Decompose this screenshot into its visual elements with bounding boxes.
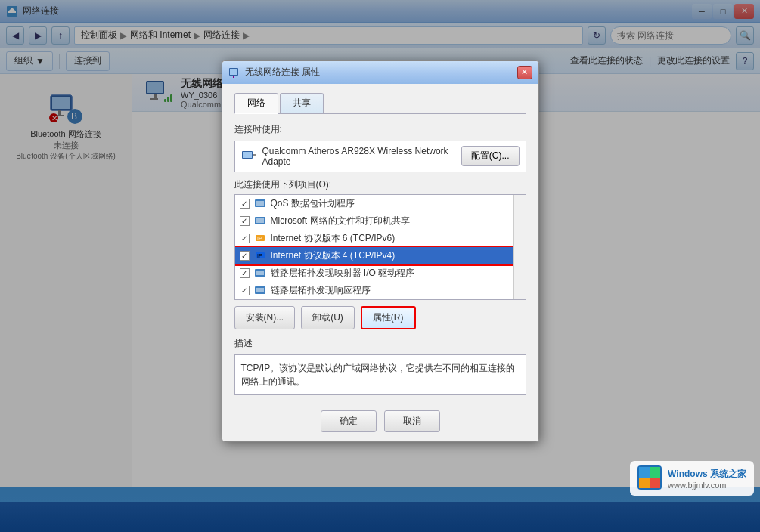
watermark: Windows 系统之家 www.bjjmlv.com bbox=[630, 461, 754, 496]
dialog-close-button[interactable]: ✕ bbox=[517, 66, 532, 79]
protocol-item-0[interactable]: QoS 数据包计划程序 bbox=[235, 195, 526, 212]
protocol-item-4[interactable]: 链路层拓扑发现映射器 I/O 驱动程序 bbox=[235, 264, 526, 282]
tab-share[interactable]: 共享 bbox=[280, 93, 324, 113]
svg-rect-24 bbox=[253, 154, 256, 156]
connect-using-label: 连接时使用: bbox=[234, 123, 526, 136]
cancel-button[interactable]: 取消 bbox=[384, 410, 440, 432]
protocol-item-3[interactable]: IP Internet 协议版本 4 (TCP/IPv4) bbox=[235, 247, 526, 264]
svg-rect-36 bbox=[256, 288, 264, 292]
svg-rect-26 bbox=[256, 201, 264, 206]
description-text: TCP/IP。该协议是默认的广域网络协议，它提供在不同的相互连接的网络上的通讯。 bbox=[241, 363, 516, 387]
tab-network[interactable]: 网络 bbox=[234, 93, 278, 114]
protocol-name-2: Internet 协议版本 6 (TCP/IPv6) bbox=[271, 232, 396, 245]
adapter-box: Qualcomm Atheros AR928X Wireless Network… bbox=[234, 141, 526, 172]
desktop: 网络连接 ─ □ ✕ ◀ ▶ ↑ 控制面板 ▶ 网络和 Internet ▶ 网… bbox=[0, 0, 760, 532]
dialog-body: 网络 共享 连接时使用: Qua bbox=[222, 84, 538, 404]
tab-bar: 网络 共享 bbox=[234, 93, 526, 114]
protocol-name-5: 链路层拓扑发现响应程序 bbox=[271, 284, 371, 297]
checkbox-4[interactable] bbox=[240, 268, 250, 278]
watermark-line2: www.bjjmlv.com bbox=[668, 481, 746, 490]
svg-text:IP: IP bbox=[257, 253, 262, 258]
protocol-icon-3: IP bbox=[254, 249, 266, 261]
config-button[interactable]: 配置(C)... bbox=[461, 146, 520, 166]
protocol-name-4: 链路层拓扑发现映射器 I/O 驱动程序 bbox=[271, 267, 415, 280]
protocol-name-3: Internet 协议版本 4 (TCP/IPv4) bbox=[271, 249, 396, 262]
adapter-icon bbox=[241, 149, 256, 164]
protocol-icon-0 bbox=[254, 197, 266, 209]
action-buttons: 安装(N)... 卸载(U) 属性(R) bbox=[234, 306, 526, 329]
checkbox-5[interactable] bbox=[240, 286, 250, 295]
svg-rect-34 bbox=[256, 271, 264, 275]
protocol-icon-4 bbox=[254, 267, 266, 279]
svg-rect-28 bbox=[256, 218, 264, 223]
dialog-icon bbox=[228, 66, 240, 79]
install-button[interactable]: 安装(N)... bbox=[234, 306, 296, 329]
watermark-text: Windows 系统之家 www.bjjmlv.com bbox=[668, 468, 746, 490]
checkbox-2[interactable] bbox=[240, 234, 250, 243]
properties-button[interactable]: 属性(R) bbox=[361, 306, 416, 329]
adapter-name: Qualcomm Atheros AR928X Wireless Network… bbox=[262, 146, 455, 167]
checkbox-1[interactable] bbox=[240, 216, 250, 226]
dialog-title: 无线网络连接 属性 bbox=[245, 66, 517, 79]
protocol-item-2[interactable]: IP Internet 协议版本 6 (TCP/IPv6) bbox=[235, 230, 526, 247]
svg-rect-41 bbox=[639, 467, 650, 478]
protocol-item-1[interactable]: Microsoft 网络的文件和打印机共享 bbox=[235, 212, 526, 230]
protocol-icon-1 bbox=[254, 215, 266, 227]
svg-rect-23 bbox=[243, 152, 252, 158]
protocol-item-5[interactable]: 链路层拓扑发现响应程序 bbox=[235, 282, 526, 299]
checkbox-3[interactable] bbox=[240, 251, 250, 261]
protocol-icon-5 bbox=[254, 284, 266, 296]
uninstall-button[interactable]: 卸载(U) bbox=[301, 306, 355, 329]
svg-rect-39 bbox=[650, 467, 660, 478]
properties-dialog: 无线网络连接 属性 ✕ 网络 共享 连接时使用: bbox=[222, 60, 539, 442]
svg-rect-38 bbox=[639, 478, 650, 488]
svg-rect-20 bbox=[230, 69, 237, 75]
protocols-label: 此连接使用下列项目(O): bbox=[234, 178, 526, 191]
watermark-line1: Windows 系统之家 bbox=[668, 468, 746, 481]
scrollbar[interactable] bbox=[513, 195, 526, 299]
watermark-icon bbox=[637, 466, 662, 491]
svg-rect-21 bbox=[233, 76, 234, 78]
protocol-name-1: Microsoft 网络的文件和打印机共享 bbox=[271, 215, 410, 227]
dialog-footer: 确定 取消 bbox=[222, 404, 538, 441]
checkbox-0[interactable] bbox=[240, 199, 250, 209]
description-box: TCP/IP。该协议是默认的广域网络协议，它提供在不同的相互连接的网络上的通讯。 bbox=[234, 354, 526, 395]
ok-button[interactable]: 确定 bbox=[321, 410, 377, 432]
protocol-name-0: QoS 数据包计划程序 bbox=[271, 197, 355, 210]
svg-text:IP: IP bbox=[257, 236, 262, 241]
description-title: 描述 bbox=[234, 337, 526, 350]
dialog-title-bar: 无线网络连接 属性 ✕ bbox=[222, 61, 538, 84]
protocol-list: QoS 数据包计划程序 Microsoft 网络的文件和打印机共享 IP bbox=[234, 194, 526, 300]
modal-overlay: 无线网络连接 属性 ✕ 网络 共享 连接时使用: bbox=[0, 0, 760, 532]
protocol-icon-2: IP bbox=[254, 232, 266, 244]
svg-rect-40 bbox=[650, 478, 660, 488]
